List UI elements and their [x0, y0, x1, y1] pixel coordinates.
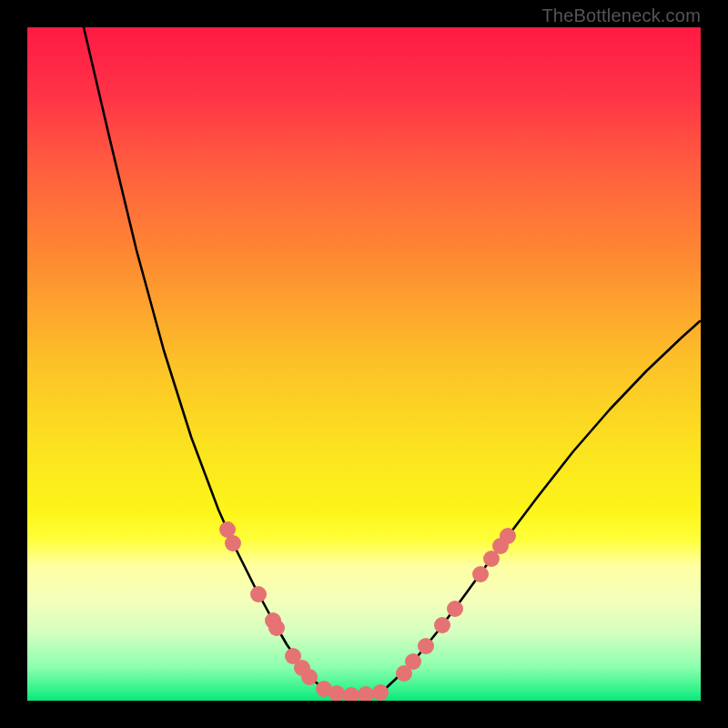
- svg-rect-0: [27, 27, 701, 701]
- watermark-text: TheBottleneck.com: [541, 5, 701, 26]
- plot-frame: [27, 27, 701, 701]
- gradient-background: [27, 27, 701, 701]
